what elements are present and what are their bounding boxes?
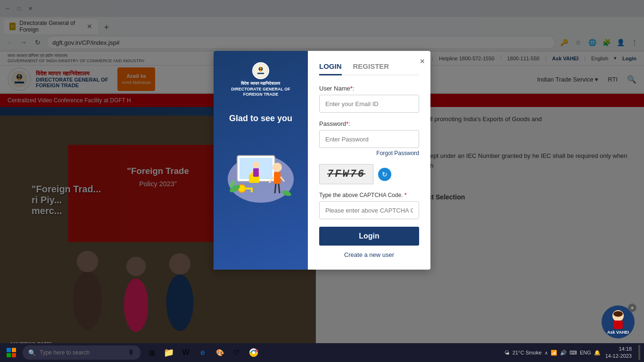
taskbar-shield[interactable]: 🛡 — [229, 345, 244, 360]
taskbar-edge[interactable]: e — [195, 345, 210, 360]
captcha-image: 7FW76 — [319, 164, 373, 184]
taskbar-apps: ⊞ 📁 W e 🎨 🛡 — [144, 345, 261, 360]
vahei-close-btn[interactable]: × — [628, 304, 636, 312]
username-label: User Name*: — [319, 85, 419, 92]
language-text: ENG — [580, 350, 591, 355]
modal-right-panel: × LOGIN REGISTER User Name*: Password*: … — [308, 51, 430, 270]
username-input[interactable] — [319, 95, 419, 113]
captcha-input-group: Type the above CAPTCHA Code. * — [319, 192, 419, 219]
username-required: * — [350, 85, 353, 92]
show-desktop-btn[interactable] — [638, 345, 640, 360]
svg-point-50 — [252, 351, 255, 354]
tab-login[interactable]: LOGIN — [319, 62, 342, 75]
modal-tabs: LOGIN REGISTER — [319, 62, 419, 75]
modal-logo-eng2: FOREIGN TRADE — [231, 92, 290, 98]
taskbar-paint[interactable]: 🎨 — [212, 345, 227, 360]
svg-rect-36 — [245, 188, 253, 189]
captcha-input[interactable] — [319, 201, 419, 219]
taskbar-explorer[interactable]: 📁 — [161, 345, 176, 360]
svg-line-33 — [279, 184, 280, 193]
taskbar-chevron[interactable]: ∧ — [545, 350, 548, 355]
taskbar-search-icon: 🔍 — [28, 349, 36, 356]
modal-welcome-text: Glad to see you — [229, 113, 292, 124]
taskbar-search[interactable]: 🔍 🎙 — [23, 346, 140, 360]
keyboard-icon: ⌨ — [570, 350, 577, 356]
tab-register[interactable]: REGISTER — [353, 62, 389, 75]
taskbar-right: 🌤 21°C Smoke ∧ 📶 🔊 ⌨ ENG 🔔 14:18 14-12-2… — [504, 345, 640, 360]
taskbar: 🔍 🎙 ⊞ 📁 W e 🎨 🛡 🌤 21°C Smoke ∧ 📶 � — [0, 343, 644, 362]
svg-rect-23 — [257, 73, 264, 74]
create-user-link[interactable]: Create a new user — [319, 251, 419, 258]
start-btn[interactable] — [4, 345, 19, 360]
svg-point-38 — [253, 162, 259, 168]
username-group: User Name*: — [319, 85, 419, 113]
modal-left-panel: विदेश व्यापार महानिदेशालय DIRECTORATE GE… — [214, 51, 308, 270]
clock-time: 14:18 — [605, 346, 632, 353]
taskbar-clock: 14:18 14-12-2023 — [605, 346, 632, 360]
password-input[interactable] — [319, 130, 419, 148]
svg-rect-29 — [274, 172, 281, 184]
modal-logo: विदेश व्यापार महानिदेशालय DIRECTORATE GE… — [231, 62, 290, 98]
speaker-icon[interactable]: 🔊 — [560, 350, 567, 356]
login-modal: विदेश व्यापार महानिदेशालय DIRECTORATE GE… — [214, 51, 430, 270]
cortana-icon: 🎙 — [128, 349, 135, 356]
svg-rect-46 — [613, 321, 623, 329]
svg-line-32 — [275, 184, 276, 193]
password-label: Password*: — [319, 120, 419, 127]
svg-point-28 — [272, 163, 282, 172]
taskbar-word[interactable]: W — [178, 345, 193, 360]
modal-close-btn[interactable]: × — [420, 57, 425, 66]
password-group: Password*: Forgot Password — [319, 120, 419, 156]
captcha-required: * — [405, 192, 407, 198]
svg-rect-37 — [251, 189, 253, 192]
modal-illustration — [223, 132, 298, 207]
svg-rect-39 — [253, 168, 259, 177]
svg-point-47 — [613, 311, 623, 317]
windows-logo-icon — [7, 348, 16, 357]
taskbar-chrome[interactable] — [246, 345, 261, 360]
modal-logo-text: विदेश व्यापार महानिदेशालय DIRECTORATE GE… — [231, 81, 290, 98]
network-icon: 📶 — [551, 350, 557, 356]
notification-icon[interactable]: 🔔 — [594, 350, 601, 356]
forgot-password-link[interactable]: Forgot Password — [319, 150, 419, 156]
password-required: * — [346, 120, 348, 127]
captcha-container: 7FW76 ↻ — [319, 164, 419, 184]
login-submit-btn[interactable]: Login — [319, 227, 419, 246]
modal-emblem — [252, 62, 269, 79]
taskview-btn[interactable]: ⊞ — [144, 345, 159, 360]
weather-text: 21°C Smoke — [512, 350, 542, 355]
modal-logo-hindi: विदेश व्यापार महानिदेशालय — [231, 81, 290, 87]
modal-logo-eng1: DIRECTORATE GENERAL OF — [231, 87, 290, 92]
taskbar-search-input[interactable] — [40, 349, 124, 356]
weather-icon: 🌤 — [504, 350, 510, 355]
vahei-avatar-icon — [606, 309, 630, 329]
vahei-label: Ask VAHEI — [607, 330, 629, 335]
captcha-label: Type the above CAPTCHA Code. * — [319, 192, 419, 198]
captcha-refresh-btn[interactable]: ↻ — [378, 168, 391, 181]
ask-vahei-widget: × Ask VAHEI — [602, 305, 635, 338]
svg-point-24 — [260, 70, 262, 72]
modal-overlay[interactable]: विदेश व्यापार महानिदेशालय DIRECTORATE GE… — [0, 0, 644, 362]
clock-date: 14-12-2023 — [605, 353, 632, 360]
taskbar-system-icons: 🌤 21°C Smoke ∧ 📶 🔊 ⌨ ENG 🔔 — [504, 350, 601, 356]
